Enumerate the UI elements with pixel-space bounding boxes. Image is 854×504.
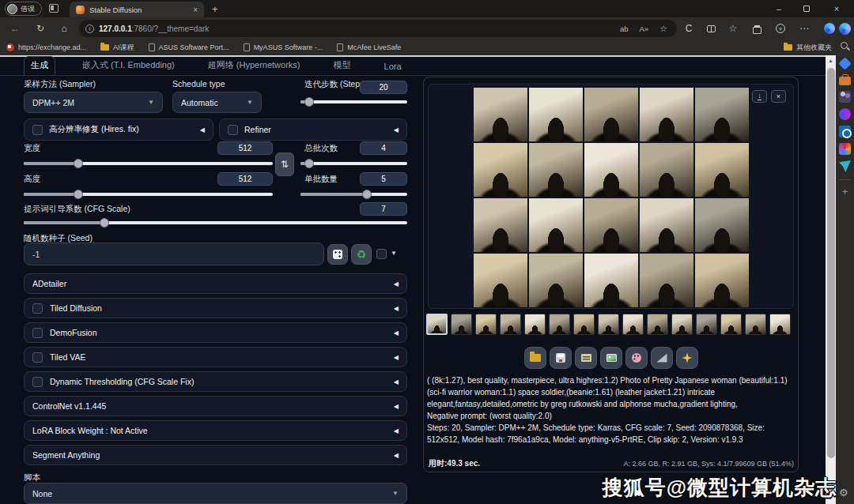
send-to-img2img-button[interactable] [600, 347, 622, 369]
seed-input[interactable]: -1 [24, 243, 324, 265]
collections-icon[interactable] [750, 21, 764, 36]
cfg-value[interactable]: 7 [360, 202, 407, 216]
bookmark-item[interactable]: ASUS Software Port... [149, 43, 229, 51]
favorites-bar-icon[interactable]: ☆ [726, 21, 740, 36]
bookmark-item[interactable]: MyASUS Software -... [244, 43, 323, 51]
open-folder-button[interactable] [524, 347, 546, 369]
generated-image[interactable] [529, 254, 583, 307]
refiner-section[interactable]: Refiner ◀ [219, 118, 407, 141]
translate-icon[interactable]: ab [617, 24, 632, 33]
section-checkbox[interactable] [32, 352, 43, 363]
tab-item[interactable]: 模型 [327, 57, 357, 75]
section-checkbox[interactable] [32, 328, 43, 338]
split-screen-icon[interactable] [704, 21, 718, 36]
height-slider[interactable] [24, 193, 273, 196]
drop-icon[interactable] [839, 160, 851, 172]
accordion-arrow-icon[interactable]: ◀ [394, 378, 399, 386]
shopping-icon[interactable] [838, 57, 852, 70]
generated-image[interactable] [640, 198, 693, 252]
seed-extra-checkbox[interactable] [376, 249, 387, 259]
extension-c-icon[interactable]: C [682, 21, 696, 36]
section-checkbox[interactable] [32, 303, 43, 314]
accordion-arrow-icon[interactable]: ◀ [394, 126, 399, 134]
generated-image[interactable] [584, 254, 638, 307]
tab-item[interactable]: 超网络 (Hypernetworks) [202, 57, 307, 75]
cfg-slider[interactable] [24, 221, 407, 224]
random-seed-button[interactable] [327, 244, 348, 265]
generated-image[interactable] [474, 254, 527, 307]
seed-extra-caret-icon[interactable]: ▼ [391, 250, 397, 257]
accordion-arrow-icon[interactable]: ◀ [394, 329, 399, 337]
accordion-arrow-icon[interactable]: ◀ [394, 354, 399, 361]
favorite-star-icon[interactable]: ☆ [656, 24, 671, 34]
gallery-thumbnail[interactable] [745, 314, 766, 335]
gallery-thumbnail[interactable] [500, 314, 521, 335]
back-icon[interactable]: ← [8, 21, 22, 36]
gallery-thumbnail[interactable] [549, 314, 570, 335]
generated-image[interactable] [695, 254, 749, 307]
bookmark-item[interactable]: https://exchange.ad... [6, 43, 86, 51]
steps-slider[interactable] [300, 100, 407, 103]
slider-knob[interactable] [304, 97, 314, 107]
accordion-section[interactable]: DemoFusion◀ [24, 322, 407, 343]
other-favorites[interactable]: 其他收藏夹 [784, 39, 832, 55]
generated-image[interactable] [640, 143, 693, 197]
outlook-icon[interactable] [839, 126, 851, 137]
generated-image[interactable] [474, 88, 527, 141]
bookmark-item[interactable]: AI课程 [100, 43, 134, 53]
schedule-dropdown[interactable]: Automatic▼ [172, 92, 262, 113]
slider-knob[interactable] [304, 159, 314, 168]
swap-dimensions-button[interactable]: ⇅ [275, 152, 294, 176]
slider-knob[interactable] [74, 190, 83, 199]
search-icon[interactable] [839, 40, 851, 52]
generated-image[interactable] [640, 88, 693, 141]
send-to-inpaint-button[interactable] [625, 347, 648, 369]
gallery-thumbnail[interactable] [696, 314, 717, 335]
scrollbar-thumb[interactable] [827, 68, 835, 458]
gallery-close-button[interactable]: × [771, 90, 786, 103]
copilot-icon[interactable] [839, 23, 851, 35]
batch-count-value[interactable]: 4 [360, 141, 407, 155]
generated-image[interactable] [529, 143, 583, 197]
generated-image[interactable] [640, 254, 693, 307]
accordion-section[interactable]: Dynamic Thresholding (CFG Scale Fix)◀ [24, 371, 407, 392]
height-value[interactable]: 512 [217, 172, 273, 186]
sidebar-add-icon[interactable]: + [839, 186, 851, 197]
read-aloud-icon[interactable]: A» [637, 24, 652, 33]
accordion-arrow-icon[interactable]: ◀ [200, 126, 205, 134]
gallery-thumbnail[interactable] [475, 314, 497, 335]
accordion-section[interactable]: ADetailer◀ [24, 273, 407, 294]
page-scrollbar[interactable]: ▲ ▼ [826, 55, 836, 504]
send-to-extras-button[interactable] [651, 347, 673, 369]
generated-image[interactable] [695, 143, 749, 197]
slider-knob[interactable] [100, 218, 109, 228]
accordion-section[interactable]: Tiled Diffusion◀ [24, 298, 407, 318]
reuse-seed-button[interactable]: ♻ [351, 244, 372, 265]
tools-briefcase-icon[interactable] [839, 77, 851, 85]
generated-image[interactable] [474, 143, 527, 197]
refresh-icon[interactable]: ↻ [33, 21, 47, 36]
gallery-thumbnail[interactable] [426, 314, 448, 335]
batch-size-slider[interactable] [300, 193, 407, 196]
generated-image[interactable] [584, 143, 638, 197]
games-people-icon[interactable] [839, 91, 851, 103]
gallery-thumbnail[interactable] [524, 314, 546, 335]
script-dropdown[interactable]: None▼ [24, 483, 407, 504]
tab-item[interactable]: 嵌入式 (T.I. Embedding) [76, 57, 181, 75]
generated-image[interactable] [584, 198, 638, 252]
gallery-thumbnail[interactable] [622, 314, 644, 335]
gallery-thumbnail[interactable] [720, 314, 742, 335]
gallery-thumbnail[interactable] [598, 314, 619, 335]
tab-generate-active[interactable]: 生成 [24, 56, 55, 75]
profile-chip[interactable]: 借误 [5, 2, 42, 16]
accordion-arrow-icon[interactable]: ◀ [394, 280, 399, 288]
accordion-section[interactable]: ControlNet v1.1.445◀ [24, 396, 407, 416]
generated-image[interactable] [695, 88, 749, 141]
workspace-icon[interactable] [49, 4, 59, 13]
new-tab-button[interactable]: + [212, 3, 218, 15]
sampler-dropdown[interactable]: DPM++ 2M▼ [24, 92, 163, 113]
width-slider[interactable] [24, 162, 273, 165]
generated-image[interactable] [474, 198, 527, 252]
slider-knob[interactable] [74, 159, 83, 168]
accordion-section[interactable]: Tiled VAE◀ [24, 347, 407, 367]
